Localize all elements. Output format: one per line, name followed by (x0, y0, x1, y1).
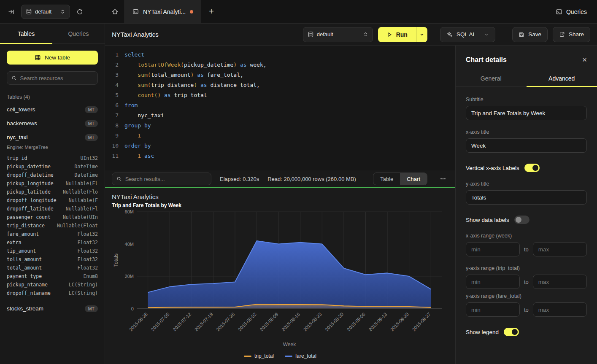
panel-header: Chart details × (456, 46, 597, 70)
new-table-button[interactable]: New table (7, 51, 98, 65)
column-row: trip_distanceNullable(Float (7, 221, 98, 230)
search-icon (11, 75, 17, 81)
yaxis-title-input[interactable] (466, 190, 587, 205)
run-options-button[interactable] (416, 27, 427, 42)
column-row: dropoff_ntanameLC(String) (7, 289, 98, 297)
table-item-hackernews[interactable]: hackernewsMT (7, 116, 98, 130)
legend-label: fare_total (295, 353, 316, 359)
svg-text:2015-08-02: 2015-08-02 (237, 312, 257, 332)
xaxis-range-max-input[interactable] (533, 242, 587, 256)
sidebar-tab-tables[interactable]: Tables (0, 24, 52, 43)
xaxis-range-min-input[interactable] (466, 242, 520, 256)
column-name: tolls_amount (7, 256, 42, 262)
database-selector[interactable]: default (21, 5, 70, 19)
collapse-sidebar-button[interactable] (6, 6, 17, 17)
panel-form: Subtitle x-axis title Vertical x-axis La… (456, 87, 597, 364)
svg-text:Week: Week (283, 342, 296, 348)
svg-text:2015-09-06: 2015-09-06 (346, 312, 366, 332)
column-type: Nullable(UIn (63, 214, 98, 220)
column-type: LC(String) (69, 282, 98, 288)
column-type: Nullable(Flo (63, 189, 98, 195)
new-tab-button[interactable]: + (201, 0, 222, 23)
table-item-stocks_stream[interactable]: stocks_streamMT (7, 302, 98, 315)
home-icon (111, 8, 119, 15)
save-button[interactable]: Save (512, 27, 548, 42)
home-button[interactable] (105, 0, 124, 23)
code-line: toStartOfWeek(pickup_datetime) as week, (124, 60, 455, 70)
svg-text:2015-09-20: 2015-09-20 (389, 312, 410, 332)
yaxis-trip-max-input[interactable] (533, 275, 587, 289)
query-tab-icon (132, 8, 139, 15)
svg-text:2015-07-05: 2015-07-05 (150, 312, 170, 332)
svg-text:2015-09-27: 2015-09-27 (411, 312, 432, 332)
panel-tab-advanced[interactable]: Advanced (527, 70, 597, 86)
column-type: Nullable(F (69, 197, 98, 203)
svg-text:0: 0 (131, 306, 134, 311)
refresh-button[interactable] (74, 6, 85, 17)
column-name: passenger_count (7, 214, 51, 220)
vertical-labels-toggle[interactable] (524, 164, 540, 172)
data-labels-toggle[interactable] (514, 216, 529, 224)
code-line: nyc_taxi (124, 111, 455, 121)
chevron-down-icon (419, 32, 424, 37)
legend-item-trip_total[interactable]: trip_total (244, 353, 274, 359)
column-row: passenger_countNullable(UIn (7, 213, 98, 221)
column-type: DateTime (75, 164, 98, 170)
resource-search-input[interactable] (20, 75, 93, 81)
column-type: Nullable(Fl (66, 206, 98, 212)
column-row: tip_amountFloat32 (7, 247, 98, 255)
sql-ai-button[interactable]: SQL AI (440, 27, 495, 42)
updown-chevrons-icon (60, 9, 65, 14)
chevron-down-icon (484, 32, 489, 37)
queries-button[interactable]: Queries (556, 8, 587, 15)
sql-ai-label: SQL AI (457, 31, 474, 38)
yaxis-title-label: y-axis title (466, 181, 587, 187)
code-line: sum(total_amount) as fare_total, (124, 70, 455, 80)
xaxis-range-row: to (466, 242, 587, 256)
sidebar-tab-queries[interactable]: Queries (52, 24, 105, 43)
view-tab-chart[interactable]: Chart (400, 173, 427, 185)
sidebar: TablesQueries New table Tables (4) cell_… (0, 24, 105, 364)
show-legend-label: Show legend (466, 329, 499, 335)
header-database-selector[interactable]: default (303, 27, 373, 42)
table-name: cell_towers (7, 106, 35, 113)
query-tab[interactable]: NYTaxi Analyti... (124, 0, 201, 23)
column-row: tolls_amountFloat32 (7, 255, 98, 264)
column-row: dropoff_datetimeDateTime (7, 171, 98, 179)
tables-section-label: Tables (4) (7, 94, 98, 100)
column-name: total_amount (7, 265, 42, 271)
show-legend-toggle[interactable] (504, 328, 519, 336)
editor-results-column: 1234567891011 select toStartOfWeek(picku… (105, 46, 455, 364)
main-header: NYTaxi Analytics default Run (105, 24, 597, 46)
table-item-cell_towers[interactable]: cell_towersMT (7, 102, 98, 116)
table-name: nyc_taxi (7, 134, 28, 140)
panel-tab-general[interactable]: General (456, 70, 527, 86)
share-button[interactable]: Share (553, 27, 590, 42)
legend-item-fare_total[interactable]: fare_total (285, 353, 316, 359)
legend-swatch (285, 356, 292, 357)
subtitle-input[interactable] (466, 106, 587, 120)
to-label: to (524, 307, 529, 313)
sql-editor[interactable]: 1234567891011 select toStartOfWeek(picku… (105, 46, 455, 170)
run-button[interactable]: Run (378, 27, 416, 42)
results-search-input[interactable] (125, 176, 207, 182)
more-options-button[interactable] (438, 173, 448, 184)
yaxis-fare-min-input[interactable] (466, 302, 520, 317)
xaxis-title-input[interactable] (466, 138, 587, 153)
close-panel-button[interactable]: × (582, 56, 587, 64)
body: TablesQueries New table Tables (4) cell_… (0, 24, 597, 364)
view-tab-table[interactable]: Table (373, 173, 400, 185)
share-button-label: Share (569, 31, 584, 38)
column-name: trip_id (7, 155, 27, 161)
chart-title: NYTaxi Analytics (112, 193, 448, 200)
panel-tabs: GeneralAdvanced (456, 70, 597, 87)
panel-title: Chart details (466, 56, 507, 64)
share-icon (559, 32, 565, 38)
save-button-label: Save (528, 31, 541, 38)
show-legend-row: Show legend (466, 328, 587, 336)
tables-list: cell_towersMThackernewsMTnyc_taxiMTEngin… (0, 102, 105, 364)
yaxis-fare-max-input[interactable] (533, 302, 587, 317)
svg-text:2015-08-09: 2015-08-09 (259, 312, 279, 332)
yaxis-trip-min-input[interactable] (466, 275, 520, 289)
table-item-nyc_taxi[interactable]: nyc_taxiMT (7, 130, 98, 144)
